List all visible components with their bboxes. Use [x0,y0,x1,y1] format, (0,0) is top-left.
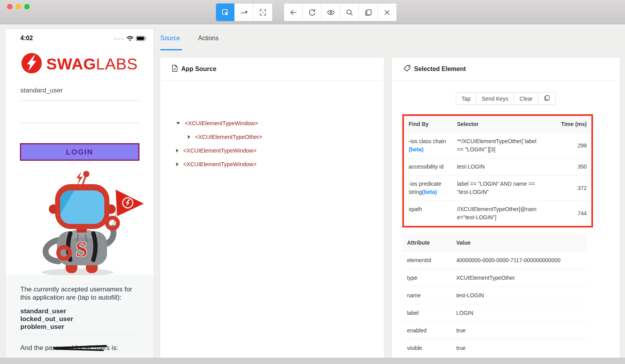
selector-value: //XCUIElementTypeOther[@name="test-LOGIN… [452,201,544,226]
attribute-name: label [402,304,452,321]
usernames-hint-line1: The currently accepted usernames for [20,285,132,293]
col-find-by: Find By [404,116,452,133]
attribute-value: true [452,322,587,339]
tab-source[interactable]: Source [160,35,180,42]
attribute-name: name [402,287,452,304]
selected-element-title: Selected Element [414,66,466,73]
app-source-title: App Source [181,66,216,73]
caret-right-icon[interactable] [176,149,179,153]
swag-labs-robot-mascot: S [15,164,144,277]
time-value: 350 [544,158,591,175]
selected-element-panel: Selected Element Tap Send Keys Clear [392,58,620,358]
tree-node-window-2[interactable]: <XCUIElementTypeWindow> [176,146,257,155]
cellular-signal-icon [114,38,123,40]
attribute-value: test-LOGIN [452,287,587,304]
username-field[interactable]: standard_user [20,87,63,94]
refresh-icon [308,8,316,17]
attribute-row-elementid: elementId 40000000-0000-0000-7117-000000… [402,251,587,269]
tree-node-other[interactable]: <XCUIElementTypeOther> [188,132,262,142]
eye-icon [327,8,335,17]
back-arrow-icon [289,8,298,17]
app-source-panel: App Source <XCUIElementTypeWindow> <XCUI… [160,58,384,358]
username-option[interactable]: problem_user [20,323,73,331]
find-by-row-ios-class-chain[interactable]: -ios class chain (beta) **/XCUIElementTy… [404,133,591,158]
swipe-by-coordinates-button[interactable] [235,4,254,21]
select-element-mode-button[interactable] [216,4,235,21]
logo-labs: LABS [96,55,138,73]
tab-actions[interactable]: Actions [198,35,218,42]
copy-attributes-button[interactable] [538,92,555,105]
active-tab-underline [160,49,182,50]
username-option[interactable]: standard_user [20,307,73,315]
find-by-table: Find By Selector Time (ms) -ios class ch… [402,114,593,227]
toggle-hidden-elements-button[interactable] [321,4,340,21]
caret-right-icon[interactable] [188,135,190,139]
clear-element-button[interactable]: Clear [514,92,538,105]
usernames-hint-line2: this application are (tap to autofill): [20,293,132,302]
login-button-highlighted[interactable]: LOGIN [20,143,139,161]
caret-right-icon[interactable] [176,162,179,166]
device-screenshot-panel[interactable]: 4:02 [5,29,154,358]
attribute-name: visible [402,339,452,357]
beta-tag: (beta) [422,189,437,195]
time-value: 299 [544,133,591,158]
phone-statusbar: 4:02 [5,34,154,43]
selected-element-header: Selected Element [392,58,620,81]
select-element-icon [221,8,230,17]
attribute-row-enabled: enabled true [402,321,587,339]
svg-text:S: S [76,238,88,261]
battery-icon [136,36,146,43]
attribute-name: enabled [402,322,452,339]
send-keys-button[interactable]: Send Keys [476,92,514,105]
search-icon [345,8,354,17]
attributes-table: Attribute Value elementId 40000000-0000-… [402,234,587,357]
find-by-row-accessibility-id[interactable]: accessibility id test-LOGIN 350 [404,158,591,175]
attribute-row-name: name test-LOGIN [402,286,587,304]
tag-icon [404,65,411,73]
tree-node-window-1[interactable]: <XCUIElementTypeWindow> [176,119,258,128]
back-button[interactable] [284,4,303,21]
phone-instructions-section: The currently accepted usernames for thi… [5,275,154,358]
find-by-strategy: xpath [409,206,422,212]
refresh-button[interactable] [303,4,321,21]
time-value: 372 [544,176,591,201]
tree-node-label[interactable]: <XCUIElementTypeWindow> [185,120,258,126]
minimize-window-button[interactable] [16,4,21,9]
find-by-row-ios-predicate-string[interactable]: -ios predicate string(beta) label == "LO… [404,175,591,201]
username-field-underline [20,100,139,101]
caret-down-icon[interactable] [176,122,180,124]
col-selector: Selector [452,116,544,133]
tap-by-coordinates-button[interactable] [254,4,272,21]
zoom-window-button[interactable] [24,4,30,9]
username-option[interactable]: locked_out_user [20,315,73,323]
tree-node-label[interactable]: <XCUIElementTypeWindow> [183,147,257,154]
attribute-value: XCUIElementTypeOther [452,269,587,286]
attribute-value: 40000000-0000-0000-7117-000000000000 [452,252,587,269]
wifi-icon [127,36,134,43]
swipe-icon [240,8,248,17]
tree-node-label[interactable]: <XCUIElementTypeWindow> [183,161,257,167]
swag-labs-logo: SWAGLABS [5,53,154,75]
close-icon [383,8,391,17]
tree-node-window-3[interactable]: <XCUIElementTypeWindow> [176,160,257,169]
find-by-row-xpath[interactable]: xpath //XCUIElementTypeOther[@name="test… [404,201,591,226]
tree-node-label[interactable]: <XCUIElementTypeOther> [195,134,262,140]
copy-icon [544,95,550,102]
copy-icon [364,8,373,17]
col-value: Value [452,234,587,251]
close-window-button[interactable] [7,4,12,9]
quit-session-button[interactable] [378,4,396,21]
toolbar-interaction-mode-group [216,3,273,21]
tap-element-button[interactable]: Tap [456,92,477,105]
phone-clock: 4:02 [20,35,33,42]
attribute-row-visible: visible true [402,339,587,357]
search-for-element-button[interactable] [340,4,359,21]
element-action-row: Tap Send Keys Clear [392,92,620,105]
copy-source-button[interactable] [359,4,378,21]
frame-corners-icon [259,8,267,17]
logo-swag: SWAG [46,55,96,73]
attribute-value: LOGIN [452,304,587,321]
attribute-name: type [402,269,452,286]
password-field[interactable] [20,123,139,123]
toolbar-session-group [284,3,397,21]
